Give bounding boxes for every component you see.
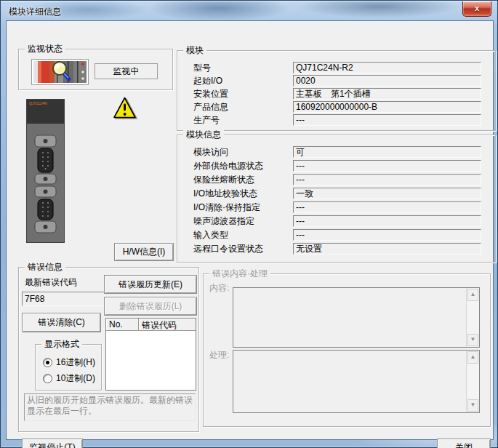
window-frame: 模块详细信息 x 监视状态 [0, 0, 498, 448]
monitor-status-value-box: 监视中 [95, 63, 158, 79]
field-label: I/O清除·保持指定 [193, 201, 293, 214]
field-value: 可 [293, 146, 481, 158]
field-value: 主基板 第1个插槽 [293, 88, 481, 100]
error-history-table[interactable]: No. 错误代码 [105, 318, 196, 391]
field-value: --- [293, 174, 481, 185]
hw-info-button[interactable]: H/W信息(I) [114, 243, 174, 261]
field-label: 产品信息 [193, 101, 293, 113]
field-row: I/O清除·保持指定 --- [193, 201, 481, 213]
close-icon: x [475, 4, 479, 12]
titlebar[interactable]: 模块详细信息 x [1, 1, 497, 20]
error-clear-button[interactable]: 错误清除(C) [22, 313, 101, 332]
radio-dec[interactable]: 10进制(D) [43, 372, 95, 385]
warning-icon [113, 97, 137, 120]
field-label: I/O地址校验状态 [193, 188, 293, 200]
dialog-client-area: 监视状态 [7, 21, 493, 439]
module-rows: 型号 QJ71C24N-R2 起始I/O 0020 安装位置 主基板 第1个插槽… [193, 62, 481, 127]
field-value: 0020 [293, 75, 481, 87]
latest-error-label: 最新错误代码 [25, 276, 77, 289]
field-value: --- [293, 215, 481, 227]
monitor-stop-button-label: 监视停止(T) [29, 441, 75, 448]
field-label: 保险丝熔断状态 [193, 174, 293, 186]
scroll-up-icon[interactable]: ▲ [467, 289, 478, 301]
field-row: 型号 QJ71C24N-R2 [193, 62, 481, 73]
field-label: 安装位置 [193, 88, 293, 100]
field-row: 安装位置 主基板 第1个插槽 [193, 88, 481, 100]
radio-dec-label: 10进制(D) [56, 372, 95, 385]
display-format-group: 显示格式 16进制(H) 10进制(D) [35, 344, 102, 391]
module-info-group: 模块信息 模块访问 可 外部供给电源状态 --- 保险丝熔断状态 --- I/O… [177, 135, 496, 263]
column-header-no: No. [106, 319, 139, 331]
radio-hex-icon [43, 358, 52, 367]
scroll-up-icon[interactable]: ▲ [467, 351, 478, 364]
close-button[interactable]: x [462, 1, 491, 17]
error-detail-group: 错误内容·处理 内容: ▲ ▼ 处理: ▲ ▼ [203, 273, 491, 427]
field-label: 型号 [193, 62, 293, 74]
field-row: 起始I/O 0020 [193, 75, 481, 87]
field-value: QJ71C24N-R2 [293, 62, 481, 73]
error-clear-button-label: 错误清除(C) [38, 316, 85, 329]
hw-info-button-label: H/W信息(I) [123, 246, 166, 258]
field-row: I/O地址校验状态 一致 [193, 188, 481, 199]
field-label: 生产号 [193, 114, 293, 127]
field-row: 噪声滤波器指定 --- [193, 215, 481, 227]
field-label: 输入类型 [193, 229, 293, 241]
window-title: 模块详细信息 [9, 6, 61, 18]
error-history-table-header: No. 错误代码 [106, 319, 196, 331]
field-value: 160920000000000-B [293, 101, 481, 113]
field-label: 外部供给电源状态 [193, 160, 293, 172]
field-label: 噪声滤波器指定 [193, 215, 293, 228]
content-scrollbar[interactable]: ▲ ▼ [466, 288, 479, 347]
field-row: 模块访问 可 [193, 146, 481, 158]
field-row: 生产号 --- [193, 114, 481, 126]
monitor-stop-button[interactable]: 监视停止(T) [22, 439, 83, 448]
display-format-group-label: 显示格式 [41, 339, 82, 349]
error-detail-group-label: 错误内容·处理 [209, 268, 270, 279]
module-group-label: 模块 [183, 45, 206, 55]
module-image-label: QJ71C24N [29, 101, 47, 105]
field-row: 保险丝熔断状态 --- [193, 174, 481, 185]
error-history-update-label: 错误履历更新(E) [119, 279, 182, 291]
radio-hex-label: 16进制(H) [56, 356, 95, 369]
field-value: --- [293, 114, 481, 126]
field-value: --- [293, 160, 481, 172]
module-info-group-label: 模块信息 [183, 129, 224, 140]
scroll-down-icon[interactable]: ▼ [467, 399, 478, 412]
column-header-error-code: 错误代码 [139, 319, 196, 331]
scroll-down-icon[interactable]: ▼ [467, 334, 478, 346]
delete-error-history-label: 删除错误履历(L) [119, 300, 182, 313]
error-history-update-button[interactable]: 错误履历更新(E) [104, 275, 197, 294]
action-label: 处理: [209, 349, 229, 361]
field-value: --- [293, 229, 481, 241]
field-value: 无设置 [293, 243, 481, 255]
error-content-textarea[interactable]: ▲ ▼ [233, 287, 480, 348]
latest-error-code-field: 7F68 [22, 292, 105, 306]
monitor-status-text: 监视中 [113, 65, 140, 78]
plc-monitor-image [31, 59, 89, 85]
module-info-rows: 模块访问 可 外部供给电源状态 --- 保险丝熔断状态 --- I/O地址校验状… [193, 146, 481, 257]
content-label: 内容: [209, 282, 229, 295]
field-label: 远程口令设置状态 [193, 243, 293, 255]
error-info-group: 错误信息 最新错误代码 7F68 错误清除(C) 错误履历更新(E) 删除错误履… [18, 267, 199, 432]
action-scrollbar[interactable]: ▲ ▼ [466, 351, 479, 412]
field-label: 模块访问 [193, 146, 293, 159]
error-history-hint: 从旧的履历开始显示错误履历。最新的错误显示在最后一行。 [24, 393, 196, 421]
radio-dec-icon [43, 374, 52, 383]
module-image: QJ71C24N [26, 99, 65, 243]
monitor-status-group-label: 监视状态 [25, 44, 65, 54]
monitor-status-group: 监视状态 [18, 49, 173, 90]
field-value: 一致 [293, 188, 481, 199]
field-row: 远程口令设置状态 无设置 [193, 243, 481, 255]
dialog-close-button-label: 关闭 [455, 441, 473, 448]
dialog-close-button[interactable]: 关闭 [437, 439, 491, 448]
delete-error-history-button[interactable]: 删除错误履历(L) [104, 297, 197, 316]
field-value: --- [293, 201, 481, 213]
error-action-textarea[interactable]: ▲ ▼ [233, 350, 480, 413]
module-group: 模块 型号 QJ71C24N-R2 起始I/O 0020 安装位置 主基板 第1… [177, 50, 496, 131]
error-info-group-label: 错误信息 [25, 262, 65, 272]
field-row: 输入类型 --- [193, 229, 481, 241]
radio-hex[interactable]: 16进制(H) [43, 356, 95, 369]
field-label: 起始I/O [193, 75, 293, 87]
field-row: 外部供给电源状态 --- [193, 160, 481, 172]
field-row: 产品信息 160920000000000-B [193, 101, 481, 113]
